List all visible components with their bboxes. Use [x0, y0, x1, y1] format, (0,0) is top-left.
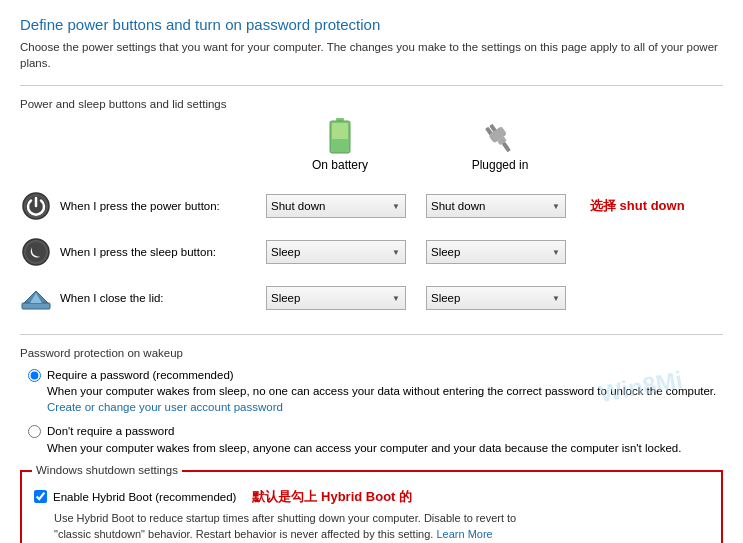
shutdown-section: Windows shutdown settings Enable Hybrid … [20, 470, 723, 543]
create-password-link[interactable]: Create or change your user account passw… [47, 401, 283, 413]
lid-battery-select-container: Do nothing Sleep Hibernate Shut down Tur… [266, 286, 406, 310]
svg-rect-8 [502, 142, 511, 152]
section-divider-2 [20, 334, 723, 335]
sleep-battery-select-wrapper: Do nothing Sleep Hibernate Shut down Tur… [260, 236, 420, 268]
plugged-column-header: Plugged in [420, 120, 580, 180]
section1-header: Power and sleep buttons and lid settings [20, 98, 723, 110]
lid-battery-select-wrapper: Do nothing Sleep Hibernate Shut down Tur… [260, 282, 420, 314]
shutdown-desc: Use Hybrid Boot to reduce startup times … [34, 510, 709, 543]
no-password-option: Don't require a password When your compu… [20, 423, 723, 455]
sleep-button-label: When I press the sleep button: [20, 230, 260, 274]
no-password-radio[interactable] [28, 425, 41, 438]
require-password-label: Require a password (recommended) [47, 367, 716, 383]
plug-icon [482, 120, 518, 156]
power-battery-select-wrapper: Do nothing Sleep Hibernate Shut down Tur… [260, 190, 420, 222]
power-icon [20, 190, 52, 222]
section-divider-1 [20, 85, 723, 86]
sleep-plugged-select-container: Do nothing Sleep Hibernate Shut down Tur… [426, 240, 566, 264]
password-section-header: Password protection on wakeup [20, 347, 723, 359]
lid-icon [20, 282, 52, 314]
shutdown-section-title: Windows shutdown settings [32, 464, 182, 476]
svg-rect-3 [332, 139, 348, 151]
hybrid-boot-checkbox[interactable] [34, 490, 47, 503]
sleep-battery-select-container: Do nothing Sleep Hibernate Shut down Tur… [266, 240, 406, 264]
learn-more-link[interactable]: Learn More [436, 528, 492, 540]
power-battery-select[interactable]: Do nothing Sleep Hibernate Shut down Tur… [266, 194, 406, 218]
power-annotation: 选择 shut down [580, 197, 723, 215]
lid-plugged-select-wrapper: Do nothing Sleep Hibernate Shut down Tur… [420, 282, 580, 314]
require-password-radio[interactable] [28, 369, 41, 382]
sleep-plugged-select-wrapper: Do nothing Sleep Hibernate Shut down Tur… [420, 236, 580, 268]
hybrid-boot-label: Enable Hybrid Boot (recommended) [53, 491, 236, 503]
page-description: Choose the power settings that you want … [20, 39, 723, 71]
battery-icon [329, 118, 351, 156]
require-password-desc: When your computer wakes from sleep, no … [47, 383, 716, 399]
no-password-desc: When your computer wakes from sleep, any… [47, 440, 681, 456]
power-button-label: When I press the power button: [20, 184, 260, 228]
sleep-battery-select[interactable]: Do nothing Sleep Hibernate Shut down Tur… [266, 240, 406, 264]
page-title: Define power buttons and turn on passwor… [20, 16, 723, 33]
lid-label: When I close the lid: [20, 276, 260, 320]
svg-rect-13 [22, 303, 50, 309]
sleep-plugged-select[interactable]: Do nothing Sleep Hibernate Shut down Tur… [426, 240, 566, 264]
no-password-label: Don't require a password [47, 423, 681, 439]
sleep-icon [20, 236, 52, 268]
hybrid-boot-annotation: 默认是勾上 Hybrid Boot 的 [252, 488, 412, 506]
power-plugged-select[interactable]: Do nothing Sleep Hibernate Shut down Tur… [426, 194, 566, 218]
power-plugged-select-container: Do nothing Sleep Hibernate Shut down Tur… [426, 194, 566, 218]
power-plugged-select-wrapper: Do nothing Sleep Hibernate Shut down Tur… [420, 190, 580, 222]
power-battery-select-container: Do nothing Sleep Hibernate Shut down Tur… [266, 194, 406, 218]
lid-battery-select[interactable]: Do nothing Sleep Hibernate Shut down Tur… [266, 286, 406, 310]
lid-plugged-select[interactable]: Do nothing Sleep Hibernate Shut down Tur… [426, 286, 566, 310]
lid-plugged-select-container: Do nothing Sleep Hibernate Shut down Tur… [426, 286, 566, 310]
require-password-option: Require a password (recommended) When yo… [20, 367, 723, 415]
svg-point-12 [26, 242, 46, 262]
battery-column-header: On battery [260, 118, 420, 180]
